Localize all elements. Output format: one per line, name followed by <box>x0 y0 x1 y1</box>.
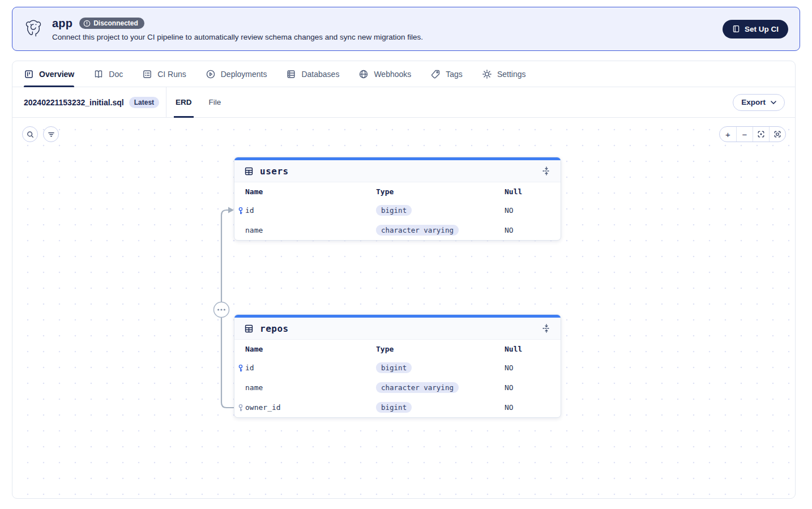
entity-header[interactable]: users <box>234 160 561 182</box>
table-row[interactable]: owner_id bigint NO <box>234 397 561 417</box>
filter-button[interactable] <box>43 126 59 142</box>
column-name: name <box>245 383 376 392</box>
column-type: character varying <box>376 382 459 393</box>
tab-erd[interactable]: ERD <box>176 87 192 117</box>
entity-header[interactable]: repos <box>234 318 561 340</box>
column-null: NO <box>505 206 561 215</box>
set-up-ci-label: Set Up CI <box>745 25 779 33</box>
status-badge: Disconnected <box>79 18 144 29</box>
table-row[interactable]: id bigint NO <box>234 358 561 378</box>
tab-doc[interactable]: Doc <box>93 61 123 87</box>
tab-label: Databases <box>301 70 339 79</box>
chevron-down-icon <box>771 101 776 104</box>
server-icon <box>286 69 296 79</box>
search-icon <box>26 130 35 139</box>
entity-card-repos[interactable]: repos Name Type Null id bigint NO name c… <box>234 314 561 418</box>
tab-label: Doc <box>109 70 123 79</box>
tab-webhooks[interactable]: Webhooks <box>358 61 411 87</box>
postgres-elephant-icon <box>24 19 43 39</box>
column-name: id <box>245 363 376 372</box>
primary-key-icon <box>237 207 245 215</box>
table-row[interactable]: id bigint NO <box>234 200 561 220</box>
table-row[interactable]: name character varying NO <box>234 220 561 240</box>
migration-subheader: 20240221153232_initial.sql Latest ERD Fi… <box>12 87 795 118</box>
fit-view-icon <box>773 130 781 138</box>
column-name: owner_id <box>245 403 376 412</box>
table-row[interactable]: name character varying NO <box>234 378 561 397</box>
collapse-button[interactable] <box>542 166 551 176</box>
overview-icon <box>24 69 34 79</box>
tab-label: Webhooks <box>374 70 411 79</box>
col-header-type: Type <box>376 345 505 353</box>
project-title: app <box>52 17 72 30</box>
tag-icon <box>430 69 441 79</box>
column-null: NO <box>505 226 561 234</box>
alert-circle-icon <box>83 20 91 27</box>
column-null: NO <box>505 403 561 412</box>
foreign-key-icon <box>237 404 245 412</box>
set-up-ci-button[interactable]: Set Up CI <box>723 20 788 39</box>
project-panel: Overview Doc CI Runs Deployments Databas… <box>12 61 796 499</box>
gear-icon <box>482 69 492 79</box>
status-label: Disconnected <box>93 19 138 27</box>
collapse-button[interactable] <box>542 324 551 333</box>
primary-key-icon <box>237 364 245 372</box>
column-type: bigint <box>376 402 412 413</box>
book-icon <box>93 69 104 79</box>
view-tab-label: File <box>209 98 221 106</box>
journal-icon <box>732 25 740 33</box>
export-button[interactable]: Export <box>733 94 785 111</box>
center-view-button[interactable] <box>753 127 769 142</box>
zoom-out-button[interactable]: − <box>736 127 753 142</box>
column-header-row: Name Type Null <box>234 340 561 358</box>
edge-options-dot <box>214 302 229 318</box>
entity-name: repos <box>260 323 536 334</box>
view-tab-label: ERD <box>176 98 192 106</box>
ci-connect-banner: app Disconnected Connect this project to… <box>12 7 800 51</box>
entity-card-users[interactable]: users Name Type Null id bigint NO name c… <box>234 157 561 241</box>
tab-ci-runs[interactable]: CI Runs <box>142 61 186 87</box>
tab-settings[interactable]: Settings <box>482 61 526 87</box>
tab-overview[interactable]: Overview <box>24 61 74 87</box>
banner-description: Connect this project to your CI pipeline… <box>52 33 713 41</box>
collapse-icon <box>542 166 551 176</box>
collapse-icon <box>542 324 551 333</box>
tab-label: CI Runs <box>157 70 186 79</box>
zoom-controls: + − <box>719 126 786 142</box>
zoom-in-button[interactable]: + <box>720 127 736 142</box>
tab-file[interactable]: File <box>209 87 221 117</box>
subheader-spacer <box>221 87 733 117</box>
column-name: id <box>245 206 376 215</box>
tab-label: Overview <box>39 70 74 79</box>
col-header-name: Name <box>245 187 376 196</box>
play-circle-icon <box>206 69 216 79</box>
column-null: NO <box>505 363 561 372</box>
table-icon <box>244 324 254 333</box>
column-null: NO <box>505 383 561 392</box>
column-type: bigint <box>376 362 412 373</box>
col-header-null: Null <box>505 187 561 196</box>
export-label: Export <box>741 98 766 106</box>
tab-label: Settings <box>497 70 526 79</box>
col-header-null: Null <box>505 345 561 353</box>
tab-deployments[interactable]: Deployments <box>206 61 267 87</box>
tab-label: Deployments <box>221 70 267 79</box>
tab-databases[interactable]: Databases <box>286 61 339 87</box>
project-tabs: Overview Doc CI Runs Deployments Databas… <box>12 61 795 87</box>
tab-tags[interactable]: Tags <box>430 61 463 87</box>
table-icon <box>244 166 254 176</box>
erd-canvas[interactable]: + − users Name Type Null <box>12 118 795 498</box>
column-name: name <box>245 226 376 234</box>
column-type: bigint <box>376 205 412 216</box>
globe-icon <box>358 69 369 79</box>
col-header-type: Type <box>376 187 505 196</box>
checklist-icon <box>142 69 152 79</box>
column-type: character varying <box>376 225 459 236</box>
fit-view-button[interactable] <box>769 127 785 142</box>
latest-badge: Latest <box>129 97 159 108</box>
migration-file[interactable]: 20240221153232_initial.sql Latest <box>12 87 166 117</box>
search-button[interactable] <box>22 126 38 142</box>
migration-filename: 20240221153232_initial.sql <box>24 98 124 107</box>
tab-label: Tags <box>446 70 463 79</box>
col-header-name: Name <box>245 345 376 353</box>
